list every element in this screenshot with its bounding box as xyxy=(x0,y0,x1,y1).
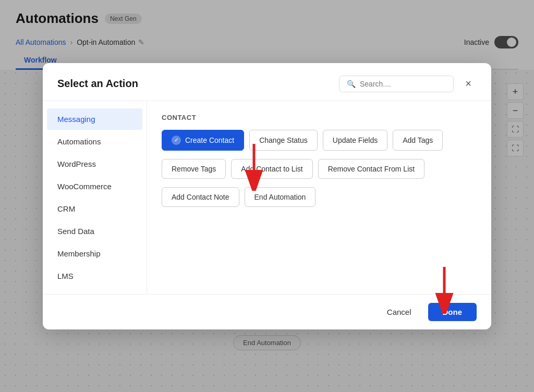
sidebar-item-messaging[interactable]: Messaging xyxy=(47,108,142,130)
modal-content: Contact ✓ Create Contact Change Status U… xyxy=(147,101,491,294)
action-btn-add-tags[interactable]: Add Tags xyxy=(393,130,443,151)
sidebar-item-membership[interactable]: Membership xyxy=(47,243,142,264)
select-action-modal: Select an Action 🔍 × Messaging Automatio… xyxy=(43,63,491,329)
modal-body: Messaging Automations WordPress WooComme… xyxy=(43,101,491,294)
modal-footer: Cancel Done xyxy=(43,294,491,329)
modal-header: Select an Action 🔍 × xyxy=(43,63,491,101)
action-btn-remove-tags[interactable]: Remove Tags xyxy=(162,159,226,179)
sidebar-item-woocommerce[interactable]: WooCommerce xyxy=(47,176,142,197)
action-row-3: Add Contact Note End Automation xyxy=(162,187,477,207)
cancel-button[interactable]: Cancel xyxy=(377,303,422,321)
action-btn-update-fields[interactable]: Update Fields xyxy=(323,130,387,151)
done-button[interactable]: Done xyxy=(428,303,477,321)
search-input[interactable] xyxy=(360,80,446,88)
sidebar-item-send-data[interactable]: Send Data xyxy=(47,220,142,242)
search-box[interactable]: 🔍 xyxy=(339,76,454,92)
close-button[interactable]: × xyxy=(460,76,477,92)
action-btn-change-status[interactable]: Change Status xyxy=(249,130,318,151)
modal-header-right: 🔍 × xyxy=(339,76,477,92)
action-btn-create-contact[interactable]: ✓ Create Contact xyxy=(162,130,244,151)
action-btn-add-contact-to-list[interactable]: Add Contact to List xyxy=(231,159,312,179)
sidebar-item-automations[interactable]: Automations xyxy=(47,131,142,152)
sidebar-item-crm[interactable]: CRM xyxy=(47,198,142,219)
section-label: Contact xyxy=(162,114,477,121)
modal-title: Select an Action xyxy=(57,78,138,90)
modal-sidebar: Messaging Automations WordPress WooComme… xyxy=(43,101,147,294)
action-row-2: Remove Tags Add Contact to List Remove C… xyxy=(162,159,477,179)
action-row-1: ✓ Create Contact Change Status Update Fi… xyxy=(162,130,477,151)
search-icon: 🔍 xyxy=(347,80,356,88)
action-btn-remove-contact-from-list[interactable]: Remove Contact From List xyxy=(318,159,425,179)
sidebar-item-wordpress[interactable]: WordPress xyxy=(47,153,142,175)
action-btn-add-contact-note[interactable]: Add Contact Note xyxy=(162,187,239,207)
check-icon: ✓ xyxy=(172,136,181,145)
action-btn-end-automation[interactable]: End Automation xyxy=(245,187,316,207)
sidebar-item-lms[interactable]: LMS xyxy=(47,265,142,287)
modal-overlay: Select an Action 🔍 × Messaging Automatio… xyxy=(0,0,534,392)
